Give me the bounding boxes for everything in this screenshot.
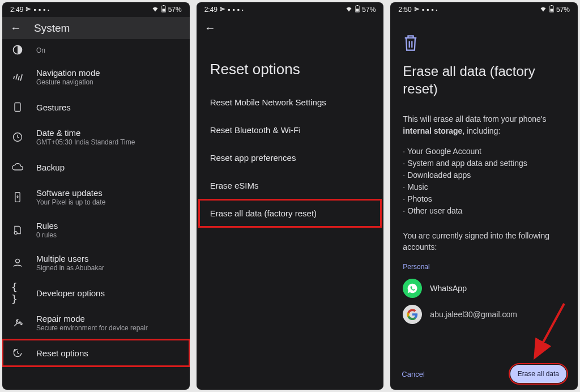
erase-bullets: · Your Google Account · System and app d… <box>403 146 565 217</box>
notif-icon: ▪ <box>237 6 240 14</box>
option-reset-mobile-network[interactable]: Reset Mobile Network Settings <box>199 88 382 116</box>
page-title: System <box>34 22 70 35</box>
cancel-button[interactable]: Cancel <box>402 370 424 378</box>
setting-row-navigation-mode[interactable]: Navigation mode Gesture navigation <box>2 61 190 93</box>
battery-icon <box>355 5 360 14</box>
notif-icon: ▪ <box>232 6 234 14</box>
notif-icon: ▪ <box>431 6 433 14</box>
more-dot-icon: • <box>436 7 438 12</box>
setting-row-multiple-users[interactable]: Multiple users Signed in as Abubakar <box>2 246 190 279</box>
header: ← <box>197 17 384 39</box>
option-reset-bluetooth-wifi[interactable]: Reset Bluetooth & Wi-Fi <box>199 116 382 144</box>
statusbar: 2:49 ▪ ▪ ▪ • 57% <box>197 2 384 17</box>
setting-row-gestures[interactable]: Gestures <box>2 93 190 121</box>
erase-all-data-button[interactable]: Erase all data <box>510 365 566 383</box>
trash-icon <box>403 34 565 54</box>
status-time: 2:49 <box>204 6 218 14</box>
option-erase-esims[interactable]: Erase eSIMs <box>199 172 382 199</box>
page-title: Erase all data (factory reset) <box>403 62 565 97</box>
wifi-icon <box>539 6 547 14</box>
statusbar: 2:49 ▪ ▪ ▪ • 57% <box>2 2 190 17</box>
tools-icon <box>11 317 24 329</box>
notif-icon: ▪ <box>228 6 230 14</box>
status-time: 2:49 <box>10 6 23 14</box>
setting-row-languages[interactable]: On <box>2 42 190 61</box>
telegram-icon <box>220 6 225 14</box>
rules-icon <box>11 224 24 236</box>
account-google[interactable]: abu.jaleel30@gmail.com <box>403 305 565 324</box>
account-whatsapp[interactable]: WhatsApp <box>403 279 565 298</box>
setting-row-reset-options[interactable]: Reset options <box>2 339 190 367</box>
setting-row-rules[interactable]: Rules 0 rules <box>2 214 190 246</box>
page-title: Reset options <box>197 39 384 88</box>
whatsapp-icon <box>403 279 422 298</box>
battery-icon <box>549 5 554 14</box>
erase-content: Erase all data (factory reset) This will… <box>390 17 578 390</box>
clock-icon <box>11 131 24 143</box>
google-icon <box>403 305 422 324</box>
svg-rect-3 <box>15 103 20 112</box>
screen-reset-options: 2:49 ▪ ▪ ▪ • 57% ← Reset options Reset M… <box>197 2 384 390</box>
notif-icon: ▪ <box>39 6 41 14</box>
users-icon <box>11 257 24 269</box>
svg-point-6 <box>14 232 17 235</box>
option-reset-app-preferences[interactable]: Reset app preferences <box>199 144 382 172</box>
more-dot-icon: • <box>242 7 244 12</box>
svg-rect-10 <box>356 9 359 12</box>
statusbar: 2:50 ▪ ▪ ▪ • 57% <box>390 2 578 17</box>
screen-erase-all-data: 2:50 ▪ ▪ ▪ • 57% Erase all data (factory… <box>390 2 578 390</box>
accounts-hint: You are currently signed into the follow… <box>403 231 565 253</box>
braces-icon: { } <box>11 287 24 299</box>
status-time: 2:50 <box>398 6 411 14</box>
telegram-icon <box>25 6 31 14</box>
settings-list: On Navigation mode Gesture navigation Ge… <box>2 39 190 390</box>
globe-icon <box>11 44 24 56</box>
history-icon <box>11 347 24 359</box>
svg-point-7 <box>16 259 20 263</box>
notif-icon: ▪ <box>427 6 429 14</box>
erase-description: This will erase all data from your phone… <box>403 113 565 137</box>
notif-icon: ▪ <box>43 6 45 14</box>
setting-row-backup[interactable]: Backup <box>2 154 190 181</box>
update-icon <box>11 191 24 203</box>
section-personal: Personal <box>403 263 565 271</box>
svg-rect-13 <box>550 9 553 12</box>
navigation-icon <box>11 71 24 83</box>
back-arrow-icon[interactable]: ← <box>204 22 216 35</box>
more-dot-icon: • <box>48 7 49 12</box>
telegram-icon <box>414 6 420 14</box>
header: ← System <box>2 17 190 39</box>
battery-pct: 57% <box>556 6 570 14</box>
setting-row-date-time[interactable]: Date & time GMT+05:30 India Standard Tim… <box>2 121 190 154</box>
wifi-icon <box>345 6 353 14</box>
battery-pct: 57% <box>362 6 376 14</box>
setting-row-repair-mode[interactable]: Repair mode Secure environment for devic… <box>2 306 190 339</box>
wifi-icon <box>151 6 159 14</box>
setting-row-developer-options[interactable]: { } Developer options <box>2 279 190 306</box>
back-arrow-icon[interactable]: ← <box>10 22 22 35</box>
option-list: Reset Mobile Network Settings Reset Blue… <box>197 88 384 227</box>
cloud-icon <box>11 161 24 173</box>
battery-icon <box>161 5 166 14</box>
option-erase-all-data[interactable]: Erase all data (factory reset) <box>199 199 382 227</box>
bottom-actions: Cancel Erase all data <box>390 365 578 383</box>
battery-pct: 57% <box>168 6 182 14</box>
setting-row-software-updates[interactable]: Software updates Your Pixel is up to dat… <box>2 181 190 214</box>
screen-system-settings: 2:49 ▪ ▪ ▪ • 57% ← System On <box>2 2 190 390</box>
svg-rect-2 <box>162 9 165 12</box>
notif-icon: ▪ <box>422 6 424 14</box>
gestures-icon <box>11 101 24 113</box>
notif-icon: ▪ <box>33 6 36 14</box>
